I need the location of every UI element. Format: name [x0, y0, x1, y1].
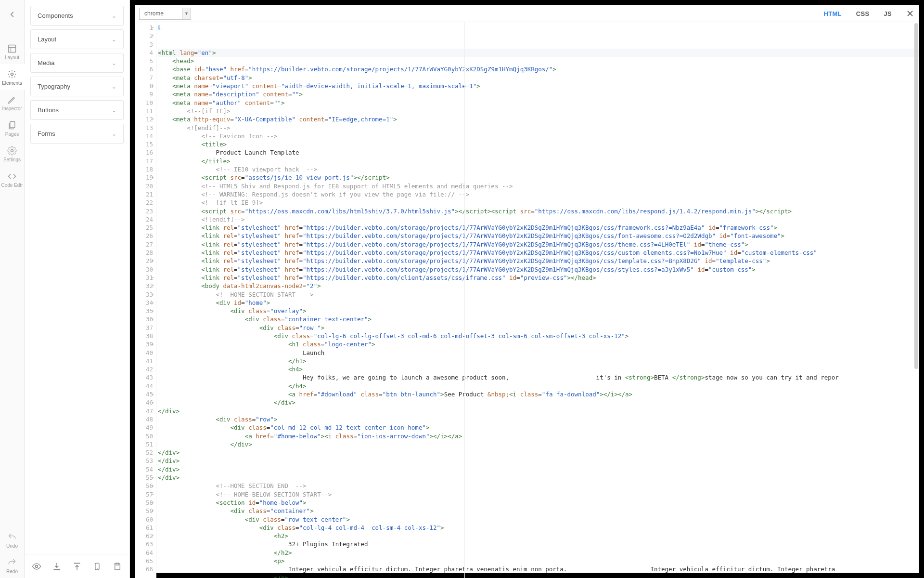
- code-line[interactable]: </div>: [158, 448, 919, 457]
- code-line[interactable]: <!-- HOME-BELOW SECTION START-->: [158, 490, 919, 499]
- code-line[interactable]: <div class="overlay">: [158, 307, 919, 315]
- code-line[interactable]: <!--[if IE]>: [158, 107, 919, 115]
- rail-item-code-editor[interactable]: Code Edtr: [0, 166, 25, 192]
- syntax-dropdown[interactable]: chrome ▼: [139, 8, 191, 20]
- code-line[interactable]: </p>: [158, 574, 919, 578]
- code-line[interactable]: <div class="row ">: [158, 324, 919, 332]
- code-line[interactable]: <div class="col-md-12 col-md-12 text-cen…: [158, 423, 919, 432]
- accordion-item-components[interactable]: Components⌄: [30, 6, 124, 26]
- code-line[interactable]: <h4>: [158, 365, 919, 373]
- code-line[interactable]: <div class="row text-center">: [158, 515, 919, 524]
- code-area[interactable]: <html lang="en"> <head> <base id="base" …: [156, 22, 919, 578]
- accordion-item-typography[interactable]: Typography⌄: [30, 77, 124, 96]
- left-rail: Layout Elements Inspector Pages Settings…: [0, 0, 25, 578]
- back-button[interactable]: [2, 5, 22, 24]
- code-line[interactable]: <!-- IE10 viewport hack -->: [158, 165, 919, 173]
- code-line[interactable]: <script src="https://oss.maxcdn.com/libs…: [158, 207, 919, 215]
- code-line[interactable]: <![endif]-->: [158, 215, 919, 223]
- code-line[interactable]: 32+ Plugins Integrated: [158, 540, 919, 548]
- code-line[interactable]: <link rel="stylesheet" href="https://bui…: [158, 257, 919, 265]
- code-line[interactable]: <a href="#download" class="btn btn-launc…: [158, 390, 919, 398]
- code-line[interactable]: <link rel="stylesheet" href="https://bui…: [158, 249, 919, 257]
- rail-item-elements[interactable]: Elements: [0, 64, 25, 90]
- rail-item-inspector[interactable]: Inspector: [0, 90, 25, 115]
- code-line[interactable]: <meta charset="utf-8">: [158, 74, 919, 82]
- code-line[interactable]: <meta name="description" content="">: [158, 90, 919, 98]
- redo-button[interactable]: Redo: [0, 552, 25, 578]
- code-line[interactable]: <p>: [158, 557, 919, 565]
- rail-item-pages[interactable]: Pages: [0, 115, 25, 141]
- save-button[interactable]: [109, 558, 126, 575]
- close-button[interactable]: [906, 10, 914, 17]
- code-line[interactable]: <html lang="en">: [158, 49, 919, 57]
- accordion-title: Layout: [38, 36, 56, 43]
- upload-button[interactable]: [68, 558, 86, 575]
- code-line[interactable]: <h1 class="logo-center">: [158, 340, 919, 348]
- upload-icon: [73, 562, 81, 571]
- code-line[interactable]: <!-- WARNING: Respond.js doesn't work if…: [158, 190, 919, 198]
- undo-button[interactable]: Undo: [0, 527, 25, 552]
- code-line[interactable]: </div>: [158, 473, 919, 482]
- code-line[interactable]: <div id="home">: [158, 299, 919, 307]
- code-line[interactable]: <title>: [158, 140, 919, 148]
- code-line[interactable]: <meta http-equiv="X-UA-Compatible" conte…: [158, 115, 919, 123]
- pages-icon: [7, 120, 17, 130]
- svg-point-3: [11, 73, 13, 76]
- code-line[interactable]: <![endif]-->: [158, 124, 919, 132]
- download-button[interactable]: [48, 558, 65, 575]
- code-line[interactable]: <link rel="stylesheet" href="https://bui…: [158, 240, 919, 249]
- code-line[interactable]: Integer vehicula efficitur dictum. Integ…: [158, 565, 919, 573]
- code-line[interactable]: </div>: [158, 457, 919, 465]
- code-line[interactable]: <div class="col-lg-6 col-lg-offset-3 col…: [158, 332, 919, 340]
- code-line[interactable]: <!--HOME SECTION START -->: [158, 290, 919, 299]
- code-line[interactable]: </h4>: [158, 382, 919, 390]
- code-line[interactable]: <div class="col-lg-4 col-md-4 col-sm-4 c…: [158, 524, 919, 532]
- tab-css[interactable]: CSS: [856, 10, 870, 17]
- vertical-scrollbar[interactable]: [914, 23, 918, 369]
- code-line[interactable]: <div class="container">: [158, 507, 919, 515]
- tab-js[interactable]: JS: [884, 10, 892, 17]
- accordion-title: Forms: [38, 130, 55, 137]
- code-line[interactable]: Launch: [158, 349, 919, 357]
- rail-item-settings[interactable]: Settings: [0, 141, 25, 166]
- code-line[interactable]: <link rel="stylesheet" href="https://bui…: [158, 274, 919, 282]
- accordion-item-layout[interactable]: Layout⌄: [30, 29, 124, 49]
- code-line[interactable]: </div>: [158, 465, 919, 473]
- accordion-item-buttons[interactable]: Buttons⌄: [30, 100, 124, 120]
- code-line[interactable]: </div>: [158, 398, 919, 407]
- code-line[interactable]: <!--HOME SECTION END -->: [158, 482, 919, 490]
- code-line[interactable]: </h2>: [158, 549, 919, 557]
- code-line[interactable]: <body data-html2canvas-node2="2">: [158, 282, 919, 290]
- code-line[interactable]: <a href="#home-below"><i class="ion-ios-…: [158, 432, 919, 440]
- code-line[interactable]: Product Launch Template: [158, 148, 919, 157]
- code-line[interactable]: <!-- Favicon Icon -->: [158, 132, 919, 140]
- tab-html[interactable]: HTML: [824, 10, 842, 17]
- code-line[interactable]: Hey folks, we are going to launch a awes…: [158, 373, 919, 381]
- code-line[interactable]: </title>: [158, 157, 919, 165]
- code-line[interactable]: </div>: [158, 440, 919, 448]
- code-line[interactable]: <meta name="viewport" content="width=dev…: [158, 82, 919, 90]
- code-line[interactable]: <!-- HTML5 Shiv and Respond.js for IE8 s…: [158, 182, 919, 190]
- code-line[interactable]: <link rel="stylesheet" href="https://bui…: [158, 265, 919, 274]
- chevron-down-icon[interactable]: ▼: [182, 8, 191, 20]
- accordion-item-media[interactable]: Media⌄: [30, 53, 124, 73]
- code-line[interactable]: <div class="container text-center">: [158, 315, 919, 323]
- accordion-item-forms[interactable]: Forms⌄: [30, 124, 124, 144]
- rail-item-layout[interactable]: Layout: [0, 39, 25, 64]
- code-line[interactable]: <section id="home-below">: [158, 499, 919, 507]
- code-line[interactable]: <link rel="stylesheet" href="https://bui…: [158, 232, 919, 240]
- code-line[interactable]: </div>: [158, 407, 919, 415]
- code-line[interactable]: <script src="assets/js/ie-10-view-port.j…: [158, 173, 919, 182]
- code-line[interactable]: </h1>: [158, 357, 919, 365]
- mobile-view-button[interactable]: [89, 558, 106, 575]
- code-line[interactable]: <link rel="stylesheet" href="https://bui…: [158, 223, 919, 232]
- code-line[interactable]: <head>: [158, 57, 919, 65]
- code-line[interactable]: <div class="row">: [158, 415, 919, 423]
- code-line[interactable]: <base id="base" href="https://builder.ve…: [158, 65, 919, 73]
- preview-button[interactable]: [28, 558, 45, 575]
- code-line[interactable]: <meta name="author" content="">: [158, 99, 919, 107]
- code-icon: [7, 171, 17, 181]
- code-editor[interactable]: i 12345678910111213141516171819202122232…: [135, 22, 919, 578]
- code-line[interactable]: <h2>: [158, 532, 919, 540]
- code-line[interactable]: <!--[if lt IE 9]>: [158, 198, 919, 207]
